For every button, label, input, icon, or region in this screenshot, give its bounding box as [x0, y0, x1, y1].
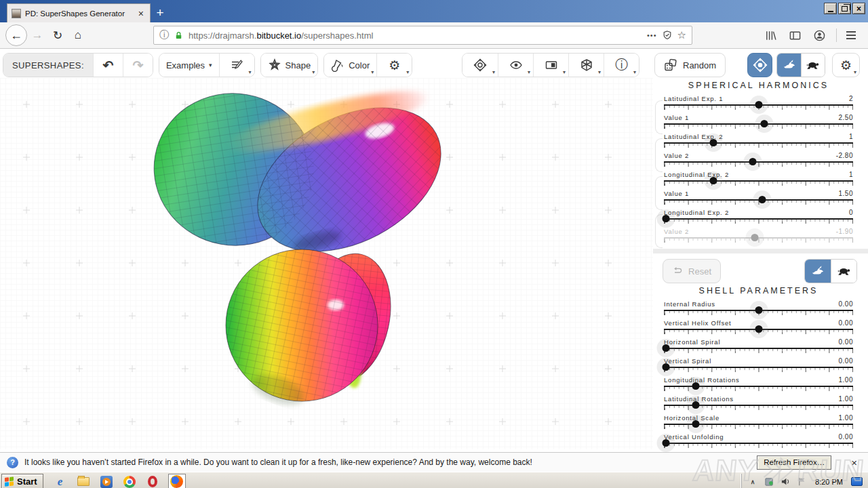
- firefox-taskbar-button[interactable]: [168, 474, 186, 488]
- reload-button[interactable]: ↻: [47, 25, 68, 45]
- slow-turtle-toggle[interactable]: [801, 54, 825, 77]
- slider-row[interactable]: Internal Radius 0.00: [664, 299, 853, 318]
- slider-track[interactable]: [664, 443, 853, 448]
- slider-row[interactable]: Latitudinal Rotations 1.00: [664, 394, 853, 413]
- slider-handle[interactable]: [662, 439, 669, 447]
- slider-handle[interactable]: [751, 234, 758, 241]
- orientation-dropdown[interactable]: ▾: [462, 54, 498, 77]
- slider-track[interactable]: [664, 424, 853, 429]
- slider-row[interactable]: Longitudinal Exp. 2 0: [664, 207, 853, 226]
- close-button[interactable]: ×: [852, 3, 865, 14]
- tab-close-icon[interactable]: ×: [136, 8, 146, 19]
- slider-track[interactable]: [664, 218, 853, 224]
- shape-dropdown[interactable]: Shape ▾: [261, 54, 318, 77]
- slider-track[interactable]: [664, 142, 853, 148]
- slider-row[interactable]: Longitudinal Rotations 1.00: [664, 375, 853, 394]
- tray-expand-icon[interactable]: ∧: [747, 476, 758, 487]
- supershape-canvas[interactable]: [0, 78, 653, 452]
- pocket-shield-icon[interactable]: [662, 30, 673, 41]
- back-button[interactable]: ←: [5, 24, 27, 46]
- tray-disk-icon[interactable]: [764, 476, 774, 487]
- chrome-icon[interactable]: [122, 474, 137, 488]
- slider-handle[interactable]: [692, 382, 700, 390]
- edit-script-dropdown[interactable]: ▾: [219, 54, 254, 77]
- slider-handle[interactable]: [662, 363, 669, 371]
- slider-track[interactable]: [664, 161, 853, 167]
- tray-display-icon[interactable]: [851, 477, 863, 486]
- slider-track[interactable]: [664, 199, 853, 205]
- reset-button[interactable]: Reset: [663, 259, 721, 283]
- page-info-icon[interactable]: ⓘ: [159, 29, 169, 41]
- internet-explorer-icon[interactable]: e: [53, 474, 68, 488]
- slider-track[interactable]: [664, 123, 853, 129]
- slider-row[interactable]: Value 1 1.50: [664, 188, 853, 207]
- refresh-firefox-button[interactable]: Refresh Firefox…: [757, 455, 831, 470]
- slider-handle[interactable]: [749, 158, 757, 165]
- bookmark-star-icon[interactable]: ☆: [677, 29, 686, 41]
- home-button[interactable]: ⌂: [68, 25, 88, 45]
- browser-tab[interactable]: PD: SuperShapes Generator ×: [7, 3, 151, 22]
- panel-settings-dropdown[interactable]: ⚙ ▾: [832, 53, 860, 77]
- shell-fast-rabbit-toggle[interactable]: [805, 260, 831, 283]
- url-bar[interactable]: ⓘ https://drajmarsh.bitbucket.io/supersh…: [153, 26, 692, 45]
- slider-track[interactable]: [664, 329, 853, 334]
- forward-button[interactable]: →: [27, 25, 47, 45]
- minimize-button[interactable]: [824, 3, 837, 14]
- slider-row[interactable]: Longitudinal Exp. 2 1: [664, 169, 853, 188]
- slider-handle[interactable]: [662, 215, 669, 222]
- shell-slow-turtle-toggle[interactable]: [831, 260, 856, 283]
- slider-track[interactable]: [664, 348, 853, 353]
- slider-track[interactable]: [664, 237, 853, 243]
- slider-row[interactable]: Value 2 -2.80: [664, 150, 853, 169]
- examples-dropdown[interactable]: Examples▾: [159, 54, 219, 77]
- media-player-icon[interactable]: [99, 474, 114, 488]
- undo-button[interactable]: ↶: [93, 54, 123, 77]
- slider-row[interactable]: Latitudinal Exp. 1 2: [664, 94, 853, 113]
- page-actions-icon[interactable]: •••: [647, 31, 657, 39]
- slider-track[interactable]: [664, 405, 853, 410]
- slider-handle[interactable]: [709, 139, 717, 146]
- new-tab-button[interactable]: +: [151, 3, 170, 22]
- slider-row[interactable]: Value 1 2.50: [664, 113, 853, 131]
- slider-handle[interactable]: [755, 325, 762, 333]
- slider-handle[interactable]: [662, 344, 669, 352]
- menu-hamburger-icon[interactable]: [846, 31, 856, 39]
- display-mode-dropdown[interactable]: ▾: [533, 54, 568, 77]
- slider-track[interactable]: [664, 310, 853, 315]
- account-icon[interactable]: [812, 28, 827, 43]
- redo-button[interactable]: ↷: [123, 54, 153, 77]
- taskbar-clock[interactable]: 8:20 PM: [812, 478, 846, 486]
- slider-track[interactable]: [664, 180, 853, 186]
- auto-rotate-toggle[interactable]: [747, 53, 772, 77]
- slider-handle[interactable]: [759, 196, 766, 203]
- start-button[interactable]: Start: [1, 474, 43, 488]
- mesh-dropdown[interactable]: ▾: [568, 54, 604, 77]
- restore-button[interactable]: [838, 3, 851, 14]
- opera-icon[interactable]: [145, 474, 160, 488]
- slider-handle[interactable]: [760, 120, 768, 127]
- visibility-dropdown[interactable]: ▾: [498, 54, 533, 77]
- fast-rabbit-toggle[interactable]: [777, 54, 801, 77]
- tray-volume-icon[interactable]: [780, 476, 791, 487]
- slider-row[interactable]: Vertical Unfolding 0.00: [664, 432, 853, 451]
- slider-row[interactable]: Vertical Helix Offset 0.00: [664, 318, 853, 337]
- slider-handle[interactable]: [755, 306, 762, 314]
- sidebar-icon[interactable]: [787, 28, 802, 43]
- slider-row[interactable]: Horizontal Scale 1.00: [664, 413, 853, 432]
- slider-row[interactable]: Value 2 -1.90: [664, 226, 853, 245]
- slider-row[interactable]: Vertical Spiral 0.00: [664, 356, 853, 375]
- info-dropdown[interactable]: ⓘ ▾: [604, 54, 639, 77]
- slider-handle[interactable]: [692, 420, 700, 428]
- slider-handle[interactable]: [692, 401, 700, 409]
- notification-close-icon[interactable]: ×: [847, 457, 861, 468]
- slider-track[interactable]: [664, 104, 853, 110]
- random-button[interactable]: Random: [654, 53, 726, 77]
- folder-icon[interactable]: [76, 474, 91, 488]
- color-dropdown[interactable]: Color ▾: [324, 54, 376, 77]
- library-icon[interactable]: [763, 28, 778, 43]
- slider-track[interactable]: [664, 367, 853, 372]
- slider-row[interactable]: Horizontal Spiral 0.00: [664, 337, 853, 356]
- slider-row[interactable]: Latitudinal Exp. 2 1: [664, 131, 853, 150]
- slider-handle[interactable]: [709, 177, 717, 184]
- tray-flag-icon[interactable]: [796, 476, 807, 487]
